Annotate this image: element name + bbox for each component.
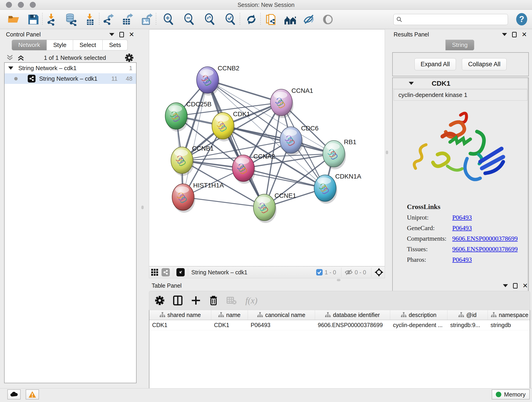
toggle-graphics-icon[interactable] bbox=[321, 13, 335, 26]
birds-eye-view-icon[interactable] bbox=[151, 268, 159, 276]
warnings-button[interactable] bbox=[26, 389, 39, 400]
control-panel-tabs: Network Style Select Sets bbox=[2, 40, 138, 51]
tab-string[interactable]: String bbox=[445, 40, 474, 51]
column-header-description[interactable]: description bbox=[390, 310, 447, 320]
export-network-icon[interactable] bbox=[102, 13, 115, 26]
collection-expand-icon[interactable] bbox=[8, 66, 13, 70]
crosslink-link[interactable]: P06493 bbox=[452, 224, 472, 232]
column-header--id[interactable]: @id bbox=[447, 310, 488, 320]
tab-style[interactable]: Style bbox=[47, 40, 73, 51]
table-row[interactable]: CDK1CDK1P064939606.ENSP00000378699cyclin… bbox=[149, 320, 530, 330]
refresh-layout-icon[interactable] bbox=[245, 13, 258, 26]
table-panel-close-icon[interactable]: ✕ bbox=[523, 283, 528, 289]
column-header-namespace[interactable]: namespace bbox=[488, 310, 532, 320]
results-panel-menu-icon[interactable] bbox=[502, 33, 507, 36]
zoom-selected-icon[interactable] bbox=[224, 13, 237, 26]
crosslink-link[interactable]: 9606.ENSP00000378699 bbox=[452, 235, 518, 242]
search-input[interactable] bbox=[403, 16, 505, 23]
network-node-ccnb1[interactable]: CCNB1 bbox=[171, 145, 214, 176]
network-node-cdc6[interactable]: CDC6 bbox=[280, 125, 318, 156]
function-builder-icon[interactable]: f(x) bbox=[245, 295, 258, 306]
export-image-icon[interactable] bbox=[140, 13, 153, 26]
collection-count: 1 bbox=[129, 65, 133, 72]
network-edge[interactable] bbox=[183, 197, 264, 207]
results-scrollbar[interactable] bbox=[527, 78, 528, 297]
delete-column-icon[interactable] bbox=[209, 295, 218, 306]
show-columns-icon[interactable] bbox=[173, 295, 183, 306]
network-canvas[interactable]: CCNB2CCNA1CDC25BCDK1CDC6RB1CCNB1CCNA2CDK… bbox=[149, 29, 385, 266]
save-session-icon[interactable] bbox=[27, 13, 40, 26]
delete-table-icon[interactable] bbox=[227, 296, 237, 305]
bottom-splitter-handle[interactable] bbox=[337, 279, 341, 281]
search-field bbox=[393, 14, 508, 25]
crosslink-link[interactable]: P06493 bbox=[452, 214, 472, 221]
selected-checkbox-icon[interactable] bbox=[316, 269, 323, 276]
memory-label: Memory bbox=[504, 391, 526, 398]
control-panel-menu-icon[interactable] bbox=[109, 33, 114, 36]
crosslink-row: GeneCard:P06493 bbox=[407, 224, 528, 232]
control-panel: Control Panel ✕ Network Style Select Set… bbox=[2, 29, 138, 388]
node-label: CCNA2 bbox=[253, 153, 275, 160]
results-panel-float-icon[interactable] bbox=[512, 32, 517, 37]
collapse-all-icon[interactable] bbox=[6, 54, 14, 61]
network-row[interactable]: String Network – cdk1 11 48 bbox=[5, 73, 136, 84]
control-panel-float-icon[interactable] bbox=[119, 32, 124, 37]
crosslink-link[interactable]: 9606.ENSP00000378699 bbox=[452, 245, 518, 253]
crosslink-label: Compartments: bbox=[407, 235, 452, 242]
export-table-icon[interactable] bbox=[121, 13, 134, 26]
clone-network-icon[interactable] bbox=[265, 13, 278, 26]
expand-all-icon[interactable] bbox=[17, 54, 25, 61]
statusbar: Memory bbox=[0, 388, 532, 402]
left-splitter-handle[interactable] bbox=[141, 206, 144, 209]
network-options-gear-icon[interactable] bbox=[125, 54, 133, 62]
column-header-database-identifier[interactable]: database identifier bbox=[315, 310, 390, 320]
open-session-icon[interactable] bbox=[7, 13, 20, 26]
fit-content-icon[interactable] bbox=[203, 13, 217, 26]
network-node-cdc25b[interactable]: CDC25B bbox=[165, 101, 211, 132]
add-column-icon[interactable] bbox=[191, 296, 201, 305]
hidden-eye-icon[interactable] bbox=[345, 269, 353, 275]
zoom-out-icon[interactable] bbox=[183, 13, 196, 26]
table-panel: Table Panel ✕ f(x) shared namenamecanoni… bbox=[149, 281, 530, 388]
results-panel-close-icon[interactable]: ✕ bbox=[522, 32, 527, 38]
column-header-name[interactable]: name bbox=[211, 310, 248, 320]
crosslink-link[interactable]: P06493 bbox=[452, 256, 472, 263]
main-toolbar: ? bbox=[0, 10, 532, 29]
table-header-row: shared namenamecanonical namedatabase id… bbox=[149, 310, 530, 320]
network-node-ccnb2[interactable]: CCNB2 bbox=[196, 65, 239, 96]
tab-select[interactable]: Select bbox=[73, 40, 103, 51]
expand-all-button[interactable]: Expand All bbox=[414, 58, 456, 70]
network-node-cdkn1a[interactable]: CDKN1A bbox=[314, 173, 361, 204]
cytoscape-window: Session: New Session bbox=[0, 0, 532, 402]
network-collection-row[interactable]: String Network – cdk1 1 bbox=[5, 63, 136, 73]
import-table-icon[interactable] bbox=[83, 13, 97, 26]
memory-button[interactable]: Memory bbox=[492, 389, 530, 400]
fit-selection-target-icon[interactable] bbox=[375, 268, 383, 277]
collapse-all-button[interactable]: Collapse All bbox=[462, 58, 507, 70]
tab-sets[interactable]: Sets bbox=[103, 40, 128, 51]
enhance-network-icon[interactable] bbox=[302, 13, 316, 26]
table-panel-float-icon[interactable] bbox=[513, 283, 518, 288]
import-network-database-icon[interactable] bbox=[64, 13, 77, 26]
cloud-status-button[interactable] bbox=[7, 389, 21, 400]
right-splitter-handle[interactable] bbox=[386, 151, 388, 154]
network-overview-icon[interactable] bbox=[162, 268, 170, 276]
network-node-ccne1[interactable]: CCNE1 bbox=[253, 192, 296, 223]
help-icon[interactable]: ? bbox=[515, 13, 528, 26]
protein-collapse-icon[interactable] bbox=[409, 82, 414, 85]
table-panel-menu-icon[interactable] bbox=[503, 284, 508, 287]
detach-view-icon[interactable] bbox=[177, 268, 185, 276]
protein-name: CDK1 bbox=[432, 80, 450, 87]
table-options-gear-icon[interactable] bbox=[155, 296, 164, 305]
network-node-rb1[interactable]: RB1 bbox=[323, 138, 356, 169]
network-edge[interactable] bbox=[183, 80, 208, 197]
network-node-hist1h1a[interactable]: HIST1H1A bbox=[172, 182, 224, 213]
tab-network[interactable]: Network bbox=[12, 40, 47, 51]
control-panel-close-icon[interactable]: ✕ bbox=[129, 32, 134, 38]
zoom-in-icon[interactable] bbox=[162, 13, 176, 26]
column-header-canonical-name[interactable]: canonical name bbox=[248, 310, 315, 320]
network-node-cdk1[interactable]: CDK1 bbox=[212, 110, 250, 141]
import-network-file-icon[interactable] bbox=[45, 13, 58, 26]
column-header-shared-name[interactable]: shared name bbox=[149, 310, 211, 320]
string-home-icon[interactable] bbox=[284, 13, 297, 26]
